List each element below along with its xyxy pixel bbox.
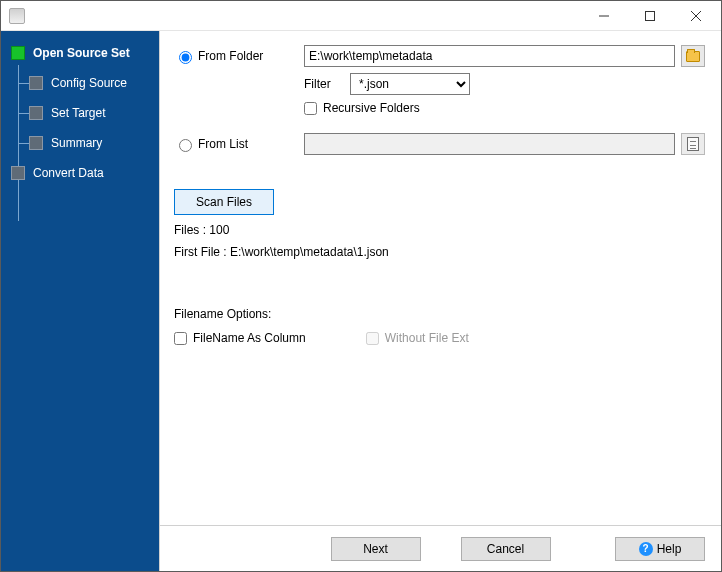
step-marker-icon [29,76,43,90]
help-icon: ? [639,542,653,556]
without-ext-checkbox [366,332,379,345]
filename-options-heading: Filename Options: [174,307,705,321]
filename-as-column-checkbox[interactable] [174,332,187,345]
filter-label: Filter [304,77,344,91]
browse-list-button [681,133,705,155]
step-label: Config Source [51,76,127,90]
folder-path-input[interactable] [304,45,675,67]
svg-rect-1 [646,11,655,20]
content-pane: From Folder Filter *.json [159,31,721,571]
browse-folder-button[interactable] [681,45,705,67]
filter-combo[interactable]: *.json [350,73,470,95]
step-marker-icon [29,136,43,150]
scan-files-button[interactable]: Scan Files [174,189,274,215]
from-list-radio[interactable] [179,139,192,152]
dialog-footer: Next Cancel ? Help [160,525,721,571]
step-set-target[interactable]: Set Target [1,101,159,125]
step-summary[interactable]: Summary [1,131,159,155]
cancel-button[interactable]: Cancel [461,537,551,561]
dialog-window: Open Source Set Config Source Set Target… [0,0,722,572]
close-button[interactable] [673,2,719,30]
step-marker-icon [11,46,25,60]
without-ext-label: Without File Ext [366,331,469,345]
from-folder-text: From Folder [198,49,263,63]
step-label: Set Target [51,106,105,120]
step-label: Open Source Set [33,46,130,60]
from-list-radio-label[interactable]: From List [174,136,304,152]
filename-as-column-label[interactable]: FileName As Column [174,331,306,345]
recursive-checkbox[interactable] [304,102,317,115]
step-label: Summary [51,136,102,150]
first-file-text: First File : E:\work\temp\metadata\1.jso… [174,245,705,259]
step-marker-icon [11,166,25,180]
next-button[interactable]: Next [331,537,421,561]
without-ext-text: Without File Ext [385,331,469,345]
help-button[interactable]: ? Help [615,537,705,561]
from-list-text: From List [198,137,248,151]
step-config-source[interactable]: Config Source [1,71,159,95]
files-count-text: Files : 100 [174,223,705,237]
folder-icon [686,51,700,62]
minimize-button[interactable] [581,2,627,30]
maximize-button[interactable] [627,2,673,30]
list-icon [687,137,699,151]
titlebar [1,1,721,31]
step-marker-icon [29,106,43,120]
recursive-checkbox-label[interactable]: Recursive Folders [304,101,420,115]
wizard-sidebar: Open Source Set Config Source Set Target… [1,31,159,571]
filename-as-column-text: FileName As Column [193,331,306,345]
step-label: Convert Data [33,166,104,180]
help-text: Help [657,542,682,556]
step-open-source-set[interactable]: Open Source Set [1,41,159,65]
from-folder-radio[interactable] [179,51,192,64]
list-path-input [304,133,675,155]
step-convert-data[interactable]: Convert Data [1,161,159,185]
recursive-text: Recursive Folders [323,101,420,115]
app-icon [9,8,25,24]
from-folder-radio-label[interactable]: From Folder [174,48,304,64]
